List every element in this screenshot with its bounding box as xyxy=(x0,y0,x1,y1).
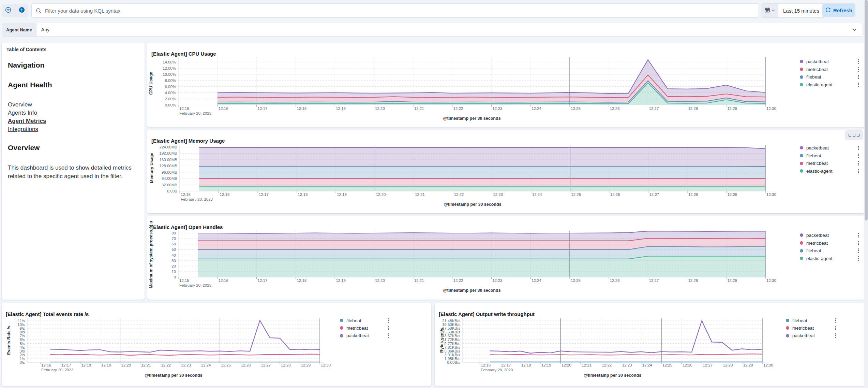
legend-item-menu-icon[interactable] xyxy=(857,74,860,80)
memory-chart-canvas[interactable]: 0.00B32.00MB64.00MB96.00MB128.00MB160.00… xyxy=(147,130,865,213)
legend-item-menu-icon[interactable] xyxy=(387,318,390,324)
x-axis-tick-label: 12:19 xyxy=(336,278,346,283)
y-axis-tick-label: 60 xyxy=(171,242,176,246)
filter-sets-button[interactable] xyxy=(2,4,15,17)
legend-item: packetbeat xyxy=(800,58,860,66)
y-axis-tick-label: 0 xyxy=(174,275,176,279)
kql-search-input[interactable] xyxy=(44,8,759,14)
cpu-chart-canvas[interactable]: 0.00%2.00%4.00%6.00%8.00%10.00%12.00%14.… xyxy=(147,43,865,127)
x-axis-tick-label: 12:20 xyxy=(375,278,385,283)
x-axis-tick-label: 12:26 xyxy=(610,192,620,197)
x-axis-tick-label: 12:23 xyxy=(492,106,502,111)
y-axis-tick-label: 1.95KB/s xyxy=(444,357,460,361)
plus-in-circle-icon xyxy=(19,7,25,14)
y-axis-tick-label: 19.53KB/s xyxy=(442,322,460,327)
legend-label-packetbeat[interactable]: packetbeat xyxy=(806,59,857,64)
x-axis-tick-label: 12:24 xyxy=(532,106,541,111)
legend-label-metricbeat[interactable]: metricbeat xyxy=(806,241,857,246)
legend-label-filebeat[interactable]: filebeat xyxy=(806,153,857,158)
legend-item-menu-icon[interactable] xyxy=(857,59,860,64)
x-axis-tick-label: 12:19 xyxy=(336,106,346,111)
legend-item-menu-icon[interactable] xyxy=(857,82,860,88)
legend-color-dot xyxy=(800,60,803,63)
x-axis-tick-label: 12:28 xyxy=(688,192,698,197)
page-scrollbar-thumb[interactable] xyxy=(865,0,868,220)
legend-label-filebeat[interactable]: filebeat xyxy=(806,74,857,80)
x-axis-tick-label: 12:26 xyxy=(241,363,251,367)
filter-in-circle-icon xyxy=(5,7,11,14)
x-axis-tick-label: 12:19 xyxy=(337,192,347,197)
x-axis-tick-label: 12:24 xyxy=(532,278,541,283)
toc-link-agents-info[interactable]: Agents Info xyxy=(8,109,140,117)
legend-item-menu-icon[interactable] xyxy=(835,318,837,324)
legend-item-menu-icon[interactable] xyxy=(857,168,860,174)
legend-item-menu-icon[interactable] xyxy=(835,333,837,339)
y-axis-tick-label: 2.00% xyxy=(165,97,176,101)
legend-item: filebeat xyxy=(800,152,860,160)
x-axis-tick-label: 12:24 xyxy=(642,363,652,367)
legend-item-menu-icon[interactable] xyxy=(857,232,860,238)
legend-item-menu-icon[interactable] xyxy=(857,240,860,246)
toc-link-agent-metrics[interactable]: Agent Metrics xyxy=(8,117,140,125)
legend-item-menu-icon[interactable] xyxy=(857,153,860,159)
legend-item-menu-icon[interactable] xyxy=(857,160,860,166)
legend-item-menu-icon[interactable] xyxy=(857,248,860,254)
x-axis-tick-label: 12:20 xyxy=(562,363,571,367)
page-scrollbar-track[interactable] xyxy=(864,0,868,388)
refresh-button[interactable]: Refresh xyxy=(822,3,855,17)
x-axis-title: @timestamp per 30 seconds xyxy=(443,288,500,293)
agent-name-filter-label: Agent Name xyxy=(2,23,36,36)
y-axis-tick-label: 96.00MB xyxy=(162,170,177,174)
legend-label-filebeat[interactable]: filebeat xyxy=(792,318,835,323)
legend-color-dot xyxy=(800,169,803,173)
y-axis-title: CPU Usage xyxy=(149,72,153,95)
x-axis-tick-label: 12:15 xyxy=(179,278,189,283)
legend-item: packetbeat xyxy=(340,332,390,340)
legend-item-menu-icon[interactable] xyxy=(835,325,837,331)
y-axis-tick-label: 224.00MB xyxy=(160,145,178,149)
chevron-down-icon[interactable] xyxy=(852,23,863,36)
output-chart-canvas[interactable]: 0.00B/s1.95KB/s3.91KB/s5.86KB/s7.81KB/s9… xyxy=(435,303,865,386)
y-axis-tick-label: 14.00% xyxy=(163,60,176,64)
add-filter-button[interactable] xyxy=(15,4,29,17)
legend-label-packetbeat[interactable]: packetbeat xyxy=(806,145,857,150)
legend-label-metricbeat[interactable]: metricbeat xyxy=(806,161,857,166)
legend-label-packetbeat[interactable]: packetbeat xyxy=(806,233,857,238)
legend-label-filebeat[interactable]: filebeat xyxy=(806,248,857,253)
x-axis-tick-label: 12:17 xyxy=(258,106,268,111)
legend-label-metricbeat[interactable]: metricbeat xyxy=(346,326,387,331)
y-axis-tick-label: 0/s xyxy=(20,360,25,364)
handles-chart-canvas[interactable]: 0102030405060708012:15February 20, 20231… xyxy=(147,216,865,300)
legend-label-metricbeat[interactable]: metricbeat xyxy=(792,326,835,331)
magnifier-icon xyxy=(36,8,42,14)
x-axis-tick-label: 12:23 xyxy=(492,278,502,283)
time-range-value[interactable]: Last 15 minutes xyxy=(778,4,824,17)
events-chart-canvas[interactable]: 0/s1/s2/s3/s4/s5/s6/s7/s8/s9/s10/s11/s12… xyxy=(2,303,431,386)
quick-select-button[interactable] xyxy=(761,4,778,17)
legend-label-packetbeat[interactable]: packetbeat xyxy=(792,333,835,338)
legend-item-menu-icon[interactable] xyxy=(857,67,860,72)
legend-label-metricbeat[interactable]: metricbeat xyxy=(806,67,857,72)
toc-link-integrations[interactable]: Integrations xyxy=(8,125,140,133)
legend-color-dot xyxy=(800,233,803,237)
toc-link-list: Overview Agents Info Agent Metrics Integ… xyxy=(6,101,140,133)
legend-label-elastic-agent[interactable]: elastic-agent xyxy=(806,169,857,174)
y-axis-tick-label: 70 xyxy=(171,236,176,241)
legend-item-menu-icon[interactable] xyxy=(857,256,860,261)
legend-item-menu-icon[interactable] xyxy=(857,145,860,151)
legend-label-filebeat[interactable]: filebeat xyxy=(346,318,387,323)
legend-color-dot xyxy=(800,75,803,79)
legend-label-packetbeat[interactable]: packetbeat xyxy=(346,333,387,338)
legend-label-elastic-agent[interactable]: elastic-agent xyxy=(806,256,857,261)
x-axis-tick-label: 12:16 xyxy=(219,278,228,283)
legend-item-menu-icon[interactable] xyxy=(387,333,390,339)
legend-label-elastic-agent[interactable]: elastic-agent xyxy=(806,82,857,87)
legend-item-menu-icon[interactable] xyxy=(387,325,390,331)
y-axis-tick-label: 4.00% xyxy=(165,91,176,95)
toc-link-overview[interactable]: Overview xyxy=(8,101,140,109)
agent-name-filter-value[interactable]: Any xyxy=(36,23,852,36)
legend-color-dot xyxy=(800,162,803,165)
x-axis-tick-label: 12:28 xyxy=(723,363,733,367)
x-axis-tick-label: 12:20 xyxy=(375,106,385,111)
y-axis-tick-label: 3/s xyxy=(20,349,25,353)
